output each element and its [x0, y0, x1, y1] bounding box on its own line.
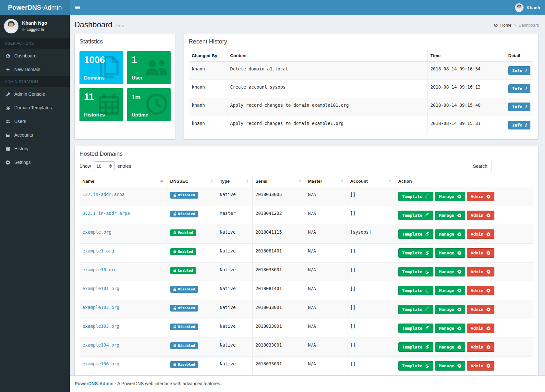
serial-cell: 2018081401 — [252, 244, 305, 263]
changed-by-cell: khanh — [189, 62, 227, 80]
sidebar-item-new-domain[interactable]: New Domain — [0, 63, 70, 76]
type-cell: Native — [217, 244, 252, 263]
detail-cell: Infoi — [505, 62, 533, 80]
user-avatar — [515, 3, 524, 12]
stat-value: 1m — [132, 94, 166, 101]
page-title: Dashboard — [74, 20, 112, 29]
col-action: Action — [398, 179, 412, 184]
app-logo[interactable]: PowerDNS-Admin — [0, 0, 70, 15]
manage-button[interactable]: Manage — [435, 324, 465, 333]
domain-link[interactable]: example10.org — [82, 267, 117, 272]
template-button[interactable]: Template — [398, 286, 434, 295]
info-button[interactable]: Infoi — [508, 66, 530, 75]
action-cell: TemplateManageAdmin — [395, 319, 533, 338]
search-input[interactable] — [491, 161, 533, 171]
stat-label: Uptime — [132, 112, 148, 117]
account-cell: [] — [347, 263, 395, 281]
admin-button[interactable]: Admin — [467, 286, 494, 295]
manage-button[interactable]: Manage — [435, 361, 465, 371]
admin-button[interactable]: Admin — [467, 305, 494, 314]
template-button[interactable]: Template — [398, 267, 434, 276]
account-cell: [] — [347, 187, 395, 206]
content-cell: Create account sysops — [227, 80, 427, 98]
template-button[interactable]: Template — [398, 342, 434, 352]
template-button[interactable]: Template — [398, 305, 434, 314]
template-button[interactable]: Template — [398, 192, 434, 201]
admin-button[interactable]: Admin — [467, 229, 494, 239]
dnssec-cell: Enabled — [167, 225, 217, 244]
lock-closed-icon — [173, 231, 176, 235]
lock-open-icon — [173, 212, 176, 216]
manage-button[interactable]: Manage — [435, 192, 465, 201]
template-button[interactable]: Template — [398, 324, 434, 333]
domain-link[interactable]: example102.org — [82, 305, 119, 310]
type-cell: Master — [217, 206, 252, 225]
dnssec-cell: Disabled — [167, 319, 217, 338]
gear-icon — [457, 270, 461, 274]
gear-icon — [486, 307, 490, 312]
dnssec-badge: Disabled — [170, 192, 198, 199]
sort-both-icon — [210, 179, 214, 183]
manage-button[interactable]: Manage — [435, 267, 465, 276]
sidebar-item-history[interactable]: History — [0, 142, 70, 155]
admin-button[interactable]: Admin — [467, 211, 494, 220]
domain-link[interactable]: 3.2.1.in-addr.arpa — [82, 211, 130, 216]
domain-link[interactable]: 127.in-addr.arpa — [82, 192, 125, 197]
statistics-panel: Statistics 1006 Domains 1 User 11 Histor… — [74, 34, 176, 140]
domain-link[interactable]: example101.org — [82, 286, 119, 291]
admin-button[interactable]: Admin — [467, 267, 494, 276]
manage-button[interactable]: Manage — [435, 305, 465, 314]
admin-button[interactable]: Admin — [467, 361, 494, 371]
admin-button[interactable]: Admin — [467, 342, 494, 352]
breadcrumb-home[interactable]: Home — [500, 23, 512, 28]
spinner-arrows-icon — [109, 164, 112, 168]
type-cell: Native — [217, 319, 252, 338]
serial-cell: 2018033001 — [252, 263, 305, 281]
template-button[interactable]: Template — [398, 229, 434, 239]
dnssec-cell: Disabled — [167, 338, 217, 357]
sidebar-item-users[interactable]: Users — [0, 115, 70, 128]
master-cell: N/A — [305, 263, 347, 281]
domain-link[interactable]: example103.org — [82, 324, 119, 329]
info-button[interactable]: Infoi — [508, 84, 530, 93]
sidebar-item-domain-templates[interactable]: Domain Templates — [0, 101, 70, 115]
clone-icon — [425, 364, 430, 368]
industry-icon — [5, 133, 11, 138]
template-button[interactable]: Template — [398, 211, 434, 220]
domain-link[interactable]: example1.org — [82, 248, 114, 253]
sidebar-item-accounts[interactable]: Accounts — [0, 128, 70, 142]
dnssec-cell: Enabled — [167, 244, 217, 263]
manage-button[interactable]: Manage — [435, 342, 465, 352]
user-menu[interactable]: Khanh — [515, 3, 545, 12]
sidebar-user-name: Khanh Ngo — [22, 20, 47, 26]
domain-link[interactable]: example106.org — [82, 361, 119, 366]
sidebar-toggle-button[interactable] — [70, 0, 85, 15]
sidebar-item-admin-console[interactable]: Admin Console — [0, 87, 70, 101]
manage-button[interactable]: Manage — [435, 286, 465, 295]
manage-button[interactable]: Manage — [435, 229, 465, 239]
domain-name-cell: example10.org — [79, 263, 167, 281]
col-content: Content — [227, 50, 427, 62]
serial-cell: 2018033001 — [252, 338, 305, 357]
template-button[interactable]: Template — [398, 248, 434, 258]
action-cell: TemplateManageAdmin — [395, 300, 533, 319]
detail-cell: Infoi — [505, 98, 533, 116]
manage-button[interactable]: Manage — [435, 248, 465, 258]
entries-label: entries — [117, 164, 131, 169]
page-size-select[interactable]: 10 — [94, 161, 115, 171]
sidebar-item-dashboard[interactable]: Dashboard — [0, 49, 70, 63]
admin-button[interactable]: Admin — [467, 192, 494, 201]
template-button[interactable]: Template — [398, 361, 434, 371]
admin-button[interactable]: Admin — [467, 248, 494, 258]
manage-button[interactable]: Manage — [435, 211, 465, 220]
domain-link[interactable]: example104.org — [82, 342, 119, 348]
info-button[interactable]: Infoi — [508, 103, 530, 111]
gear-icon — [486, 213, 490, 217]
domain-link[interactable]: example.org — [82, 229, 111, 235]
wrench-icon — [5, 92, 11, 97]
info-button[interactable]: Infoi — [508, 121, 530, 129]
admin-button[interactable]: Admin — [467, 324, 494, 333]
stat-tile: 1006 Domains — [79, 51, 123, 84]
gear-icon — [457, 307, 461, 312]
sidebar-item-settings[interactable]: Settings — [0, 155, 70, 169]
